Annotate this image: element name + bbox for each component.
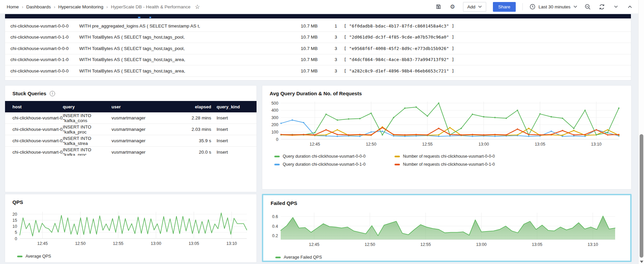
svg-text:0: 0	[276, 137, 278, 142]
table-row[interactable]: chi-clickhouse-vusmart-0 INSERT INTO "ka…	[5, 112, 257, 124]
query-kind-cell: Insert	[211, 115, 245, 120]
top-bar: Home › Dashboards › Hyperscale Monitorin…	[0, 0, 638, 13]
svg-text:12:55: 12:55	[422, 142, 432, 147]
time-range-selector[interactable]: Last 30 minutes	[530, 4, 577, 10]
svg-text:12:45: 12:45	[309, 242, 319, 247]
divider	[522, 3, 523, 10]
refresh-options-chevron-icon[interactable]	[612, 3, 619, 10]
query-cell: WITH TotalBytes AS ( SELECT tags_host,ta…	[79, 46, 289, 51]
legend-swatch	[17, 256, 22, 257]
query-cell: WITH TotalBytes AS ( SELECT tags_host,ta…	[79, 57, 289, 62]
table-row[interactable]: chi-clickhouse-vusmart-0-1-0 SELECT "not…	[5, 77, 631, 81]
table-row[interactable]: chi-clickhouse-vusmart-0-1-0 WITH TotalB…	[5, 32, 631, 43]
elapsed-cell: 20.0 s	[184, 150, 211, 155]
legend-item[interactable]: Query duration chi-clickhouse-vusmart-0-…	[274, 154, 391, 159]
count-cell: 3	[318, 35, 337, 40]
query-ids-cell: [ "c37d2ed9-0a3c-42f9-bd46-6420b23cdc02"…	[337, 80, 631, 81]
legend-item[interactable]: Number of requests chi-clickhouse-vusmar…	[395, 154, 628, 159]
query-cell: INSERT INTO "kafka_proc	[63, 147, 111, 156]
legend-label: Average Failed QPS	[284, 255, 322, 260]
table-row[interactable]: chi-clickhouse-vusmart-0 INSERT INTO "ka…	[5, 147, 257, 156]
breadcrumb-home[interactable]: Home	[7, 4, 19, 9]
chevron-down-icon	[478, 5, 482, 8]
svg-text:13:05: 13:05	[532, 242, 542, 247]
query-log-table-panel: chi-clickhouse-vusmart-0-0-0 WITH pre_ag…	[5, 14, 631, 81]
host-cell: chi-clickhouse-vusmart-0-0-0	[10, 68, 79, 73]
failed-qps-panel: Failed QPS 0.20.40.612:4512:5012:5513:00…	[262, 194, 632, 262]
legend-swatch	[395, 164, 400, 165]
svg-text:13:10: 13:10	[588, 242, 598, 247]
size-cell: 10.7 MB	[289, 23, 318, 29]
count-cell: 3	[318, 57, 337, 62]
query-cell: WITH TotalBytes AS ( SELECT tags_host,ta…	[79, 35, 289, 40]
query-log-rows: chi-clickhouse-vusmart-0-0-0 WITH pre_ag…	[5, 18, 631, 81]
column-header-host[interactable]: host	[12, 104, 63, 109]
column-header-user[interactable]: user	[111, 104, 184, 109]
svg-text:400: 400	[271, 108, 278, 113]
qps-chart[interactable]: 0510152012:4512:5012:5513:0013:0513:10	[8, 208, 250, 251]
table-row[interactable]: chi-clickhouse-vusmart-0-1-0 WITH TotalB…	[5, 54, 631, 66]
panel-title: QPS	[12, 199, 23, 205]
panel-title: Stuck Queries	[12, 91, 46, 96]
count-cell: 1	[318, 80, 337, 81]
avg-query-duration-chart[interactable]: 010020030040050012:4512:5012:5513:0013:0…	[266, 100, 622, 151]
legend-item[interactable]: Number of requests chi-clickhouse-vusmar…	[395, 162, 628, 167]
svg-text:13:10: 13:10	[591, 142, 601, 147]
table-row[interactable]: chi-clickhouse-vusmart-0 INSERT INTO "ka…	[5, 135, 257, 147]
legend-item[interactable]: Average Failed QPS	[275, 255, 322, 260]
legend-label: Query duration chi-clickhouse-vusmart-0-…	[283, 162, 366, 167]
stuck-queries-panel: Stuck Queries i host query user elapsed …	[5, 85, 257, 192]
legend-item[interactable]: Query duration chi-clickhouse-vusmart-0-…	[274, 162, 391, 167]
query-cell: WITH pre_aggregated_logins AS ( SELECT t…	[79, 23, 289, 29]
chart-legend: Query duration chi-clickhouse-vusmart-0-…	[266, 152, 628, 167]
legend-swatch	[274, 156, 280, 157]
favorite-star-icon[interactable]: ☆	[195, 3, 200, 10]
table-row[interactable]: chi-clickhouse-vusmart-0-0-0 WITH TotalB…	[5, 43, 631, 54]
svg-text:13:00: 13:00	[476, 242, 487, 247]
column-header-elapsed[interactable]: elapsed	[184, 104, 211, 109]
zoom-out-icon[interactable]	[584, 3, 591, 10]
query-kind-cell: Insert	[211, 127, 245, 132]
chevron-up-icon[interactable]	[626, 3, 634, 10]
avg-query-duration-panel: Avg Query Duration & No. of Requests 010…	[262, 85, 632, 190]
count-cell: 1	[318, 23, 337, 29]
svg-text:13:05: 13:05	[189, 241, 199, 246]
breadcrumb-current: HyperScale DB - Health & Performance	[111, 4, 190, 9]
query-cell: INSERT INTO "kafka_cons	[63, 113, 111, 123]
table-row[interactable]: chi-clickhouse-vusmart-0-0-0 WITH TotalB…	[5, 65, 631, 77]
host-cell: chi-clickhouse-vusmart-0	[12, 150, 63, 155]
panel-title: Failed QPS	[271, 200, 297, 206]
query-ids-cell: [ "e9568f6f-4008-45f2-8d9c-e773db15b926"…	[337, 46, 631, 51]
time-range-label: Last 30 minutes	[539, 4, 570, 9]
svg-text:13:00: 13:00	[151, 241, 161, 246]
top-bar-actions: ⚙ Add Share Last 30 minutes	[435, 2, 634, 12]
save-icon[interactable]	[435, 3, 442, 10]
size-cell: 10.7 MB	[289, 57, 318, 62]
failed-qps-chart[interactable]: 0.20.40.612:4512:5012:5513:0013:0513:10	[267, 209, 619, 252]
svg-text:200: 200	[271, 122, 278, 127]
svg-text:12:45: 12:45	[310, 142, 320, 147]
table-row[interactable]: chi-clickhouse-vusmart-0-0-0 WITH pre_ag…	[5, 20, 631, 32]
scrollbar-down-arrow[interactable]	[640, 261, 643, 263]
refresh-icon[interactable]	[598, 3, 605, 10]
column-header-query[interactable]: query	[63, 104, 111, 109]
column-header-query-kind[interactable]: query_kind	[211, 104, 245, 109]
settings-gear-icon[interactable]: ⚙	[449, 3, 456, 10]
query-cell: SELECT "notification"."item_material","n…	[79, 80, 289, 81]
share-button[interactable]: Share	[493, 2, 516, 12]
clock-icon	[530, 4, 536, 10]
svg-text:13:00: 13:00	[478, 142, 489, 147]
svg-text:20: 20	[12, 212, 17, 217]
breadcrumb-dashboards[interactable]: Dashboards	[26, 4, 51, 9]
scrollbar-thumb[interactable]	[640, 134, 643, 258]
add-button[interactable]: Add	[463, 2, 486, 12]
elapsed-cell: 2.03 mins	[184, 127, 211, 132]
table-row[interactable]: chi-clickhouse-vusmart-0 INSERT INTO "ka…	[5, 124, 257, 135]
host-cell: chi-clickhouse-vusmart-0-1-0	[10, 35, 79, 40]
legend-item[interactable]: Average QPS	[17, 254, 51, 259]
info-icon[interactable]: i	[50, 91, 55, 96]
vertical-scrollbar[interactable]	[638, 0, 644, 264]
breadcrumb-folder[interactable]: Hyperscale Monitoring	[58, 4, 103, 9]
query-ids-cell: [ "a282c8c9-d1ef-4896-98b4-06eb6653c721"…	[337, 68, 631, 73]
svg-text:100: 100	[271, 130, 278, 135]
